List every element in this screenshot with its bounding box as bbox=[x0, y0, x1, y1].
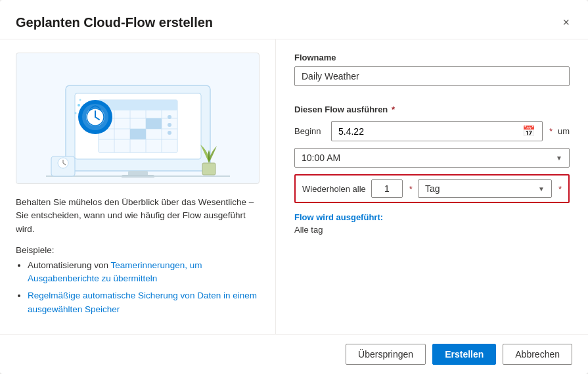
svg-point-15 bbox=[168, 131, 171, 135]
flow-result-label: Flow wird ausgeführt: bbox=[294, 212, 570, 222]
repeat-label: Wiederholen alle bbox=[302, 184, 366, 194]
calendar-icon: 📅 bbox=[522, 125, 535, 137]
cancel-button[interactable]: Abbrechen bbox=[503, 344, 572, 365]
beginn-row: Beginn 5.4.22 📅 * um bbox=[294, 121, 570, 141]
required-star: * bbox=[392, 105, 395, 114]
svg-point-25 bbox=[78, 104, 80, 106]
description-text: Behalten Sie mühelos den Überblick über … bbox=[16, 196, 260, 236]
flow-result-value: Alle tag bbox=[294, 225, 570, 235]
svg-point-13 bbox=[168, 115, 171, 119]
um-label: um bbox=[558, 126, 570, 136]
svg-point-26 bbox=[74, 112, 76, 114]
chevron-down-icon: ▼ bbox=[556, 154, 562, 162]
required-star-date: * bbox=[549, 126, 553, 136]
left-panel: Behalten Sie mühelos den Überblick über … bbox=[0, 39, 276, 334]
illustration bbox=[16, 53, 260, 184]
list-item: Regelmäßige automatische Sicherung von D… bbox=[28, 289, 260, 316]
repeat-number-input[interactable] bbox=[371, 179, 403, 198]
svg-rect-11 bbox=[130, 129, 146, 139]
svg-point-14 bbox=[168, 123, 171, 127]
date-value: 5.4.22 bbox=[338, 126, 364, 137]
example-link-2[interactable]: Regelmäßige automatische Sicherung von D… bbox=[28, 291, 257, 314]
beginn-label: Beginn bbox=[294, 126, 326, 136]
create-button[interactable]: Erstellen bbox=[432, 344, 496, 365]
svg-rect-3 bbox=[99, 100, 177, 110]
list-item: Automatisierung von Teamerinnerungen, um… bbox=[28, 259, 260, 286]
required-star-repeat: * bbox=[409, 184, 413, 194]
flowname-input[interactable] bbox=[294, 66, 570, 86]
repeat-unit-value: Tag bbox=[425, 183, 440, 194]
dialog-title: Geplanten Cloud-Flow erstellen bbox=[16, 15, 213, 30]
repeat-row: Wiederholen alle * Tag ▼ * bbox=[294, 174, 570, 203]
repeat-unit-select[interactable]: Tag ▼ bbox=[418, 179, 552, 198]
required-star-unit: * bbox=[558, 184, 562, 194]
chevron-down-icon-2: ▼ bbox=[538, 185, 545, 193]
close-button[interactable]: × bbox=[560, 13, 572, 32]
dialog-body: Behalten Sie mühelos den Überblick über … bbox=[0, 39, 588, 334]
time-select[interactable]: 10:00 AM ▼ bbox=[294, 148, 570, 168]
svg-point-27 bbox=[79, 99, 81, 101]
dialog-header: Geplanten Cloud-Flow erstellen × bbox=[0, 0, 588, 39]
flow-result-section: Flow wird ausgeführt: Alle tag bbox=[294, 212, 570, 235]
date-picker[interactable]: 5.4.22 📅 bbox=[331, 121, 543, 141]
dialog-footer: Überspringen Erstellen Abbrechen bbox=[0, 334, 588, 374]
flowname-field: Flowname bbox=[294, 53, 570, 95]
diesen-section-label: Diesen Flow ausführen * bbox=[294, 105, 570, 114]
right-panel: Flowname Diesen Flow ausführen * Beginn … bbox=[276, 39, 588, 334]
examples-list: Automatisierung von Teamerinnerungen, um… bbox=[16, 259, 260, 320]
flowname-label: Flowname bbox=[294, 53, 570, 62]
svg-rect-12 bbox=[146, 118, 162, 129]
time-value: 10:00 AM bbox=[302, 152, 340, 163]
dialog: Geplanten Cloud-Flow erstellen × bbox=[0, 0, 588, 374]
examples-label: Beispiele: bbox=[16, 245, 260, 255]
svg-rect-32 bbox=[202, 163, 215, 175]
skip-button[interactable]: Überspringen bbox=[346, 344, 426, 365]
